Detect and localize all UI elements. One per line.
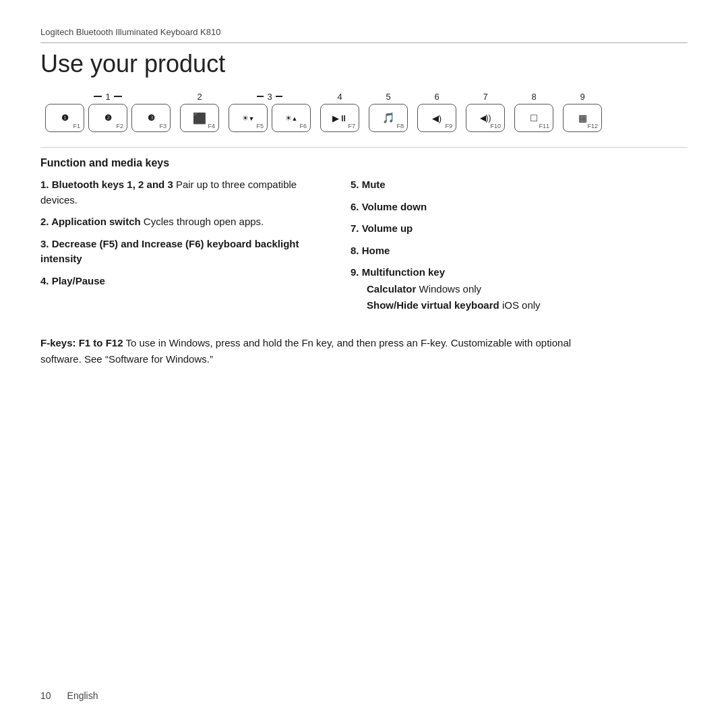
group-1-label: 1 bbox=[94, 92, 121, 102]
language-label: English bbox=[67, 690, 98, 701]
sub-item-virtual-keyboard: Show/Hide virtual keyboard iOS only bbox=[367, 298, 688, 313]
key-group-4: 4 ▶⏸ F7 bbox=[318, 90, 361, 132]
key-group-7: 7 ◀)) F10 bbox=[464, 90, 507, 132]
key-f9: ◀) F9 bbox=[417, 104, 456, 132]
key-f2: ❷ F2 bbox=[88, 104, 127, 132]
list-item-7: 7. Volume up bbox=[351, 221, 688, 237]
key-f11: □ F11 bbox=[514, 104, 553, 132]
key-f3: ❸ F3 bbox=[131, 104, 171, 132]
key-f5: ☀▼ F5 bbox=[229, 104, 268, 132]
sub-item-calculator: Calculator Windows only bbox=[367, 282, 688, 297]
key-f6: ☀▲ F6 bbox=[272, 104, 311, 132]
product-title: Logitech Bluetooth Illuminated Keyboard … bbox=[40, 27, 688, 43]
list-item-2: 2. Application switch Cycles through ope… bbox=[40, 214, 324, 230]
page-number: 10 bbox=[40, 690, 51, 701]
key-f8: 🎵 F8 bbox=[369, 104, 408, 132]
key-f10: ◀)) F10 bbox=[466, 104, 505, 132]
list-item-3: 3. Decrease (F5) and Increase (F6) keybo… bbox=[40, 237, 324, 267]
key-diagram: 1 ❶ F1 ❷ F2 ❸ F3 bbox=[40, 90, 688, 132]
footer: 10 English bbox=[40, 690, 98, 701]
key-group-6: 6 ◀) F9 bbox=[415, 90, 458, 132]
right-column: 5. Mute 6. Volume down 7. Volume up 8. H… bbox=[351, 177, 688, 320]
key-f4: ⬛ F4 bbox=[180, 104, 219, 132]
key-group-5: 5 🎵 F8 bbox=[367, 90, 410, 132]
function-keys-header: Function and media keys bbox=[40, 157, 688, 169]
group-3-label: 3 bbox=[257, 92, 282, 102]
key-f7: ▶⏸ F7 bbox=[320, 104, 359, 132]
section-title: Use your product bbox=[40, 50, 688, 78]
key-f1: ❶ F1 bbox=[45, 104, 84, 132]
list-item-5: 5. Mute bbox=[351, 177, 688, 193]
list-item-4: 4. Play/Pause bbox=[40, 274, 324, 289]
fkeys-paragraph: F-keys: F1 to F12 To use in Windows, pre… bbox=[40, 335, 607, 367]
key-f12: ▦ F12 bbox=[563, 104, 602, 132]
key-group-3: 3 ☀▼ F5 ☀▲ F6 bbox=[226, 90, 313, 132]
key-group-8: 8 □ F11 bbox=[512, 90, 555, 132]
key-group-2: 2 ⬛ F4 bbox=[178, 90, 221, 132]
list-item-9: 9. Multifunction key Calculator Windows … bbox=[351, 265, 688, 313]
key-group-1: 1 ❶ F1 ❷ F2 ❸ F3 bbox=[43, 90, 173, 132]
key-group-9: 9 ▦ F12 bbox=[561, 90, 604, 132]
list-item-1: 1. Bluetooth keys 1, 2 and 3 Pair up to … bbox=[40, 177, 324, 208]
page-container: Logitech Bluetooth Illuminated Keyboard … bbox=[0, 0, 728, 728]
left-column: 1. Bluetooth keys 1, 2 and 3 Pair up to … bbox=[40, 177, 324, 320]
list-item-8: 8. Home bbox=[351, 243, 688, 259]
content-columns: 1. Bluetooth keys 1, 2 and 3 Pair up to … bbox=[40, 177, 688, 320]
list-item-6: 6. Volume down bbox=[351, 200, 688, 215]
